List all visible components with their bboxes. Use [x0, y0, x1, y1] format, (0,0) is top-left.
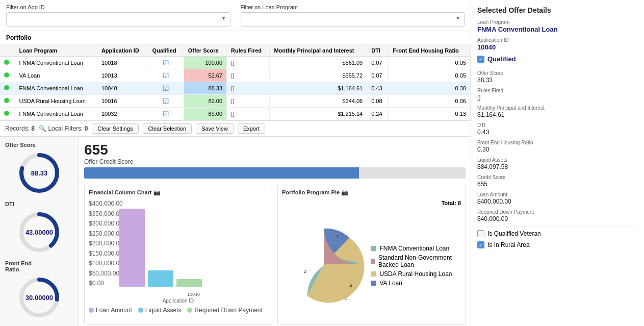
pie-legend-standard-label: Standard Non-Government Backed Loan	[378, 254, 461, 268]
is-in-rural-area-checkbox[interactable]: ✓	[477, 241, 484, 248]
detail-offer-score-value: 88.33	[477, 77, 638, 84]
col-dti[interactable]: DTI	[367, 45, 389, 57]
row-fehr: 0.06	[389, 95, 471, 108]
detail-mpi: Monthly Principal and Interest $1,164.61	[477, 105, 638, 118]
col-fehr[interactable]: Front End Housing Ratio	[389, 45, 471, 57]
detail-app-id-value: 10040	[477, 43, 638, 51]
row-fehr: 0.05	[389, 69, 471, 82]
col-rules-fired[interactable]: Rules Fired	[227, 45, 270, 57]
table-row[interactable]: VA Loan 10013 ☑ 52.67 [] $555.72 0.07 0.…	[0, 69, 471, 82]
row-qualified: ☑	[148, 69, 184, 82]
detail-rdp-label: Required Down Payment	[477, 209, 638, 215]
detail-offer-score-label: Offer Score	[477, 70, 638, 76]
offer-score-gauge: Offer Score 88.33	[5, 142, 73, 196]
charts-row: Financial Column Chart 📷 $400,000.00$350…	[84, 185, 466, 325]
row-mpi: $1,215.14	[270, 108, 367, 120]
clear-selection-button[interactable]: Clear Selection	[143, 123, 192, 134]
save-view-button[interactable]: Save View	[196, 123, 234, 134]
dti-value: 43.00000	[25, 229, 53, 236]
detail-fehr-value: 0.30	[477, 146, 638, 153]
loan-program-filter: Filter on Loan Program	[241, 4, 465, 27]
detail-rules-fired: Rules Fired []	[477, 88, 638, 101]
portfolio-table-wrapper: Loan Program Application ID Qualified Of…	[0, 45, 471, 120]
row-offer-score: 100.00	[184, 57, 226, 69]
legend-rdp-label: Required Down Payment	[194, 307, 262, 314]
fehr-ring: 30.00000	[16, 274, 62, 320]
detail-liquid-assets-label: Liquid Assets	[477, 157, 638, 163]
legend-loan-amount: Loan Amount	[89, 307, 132, 314]
row-rules-fired: []	[227, 95, 270, 108]
row-dti: 0.43	[367, 82, 389, 95]
detail-app-id-label: Application ID	[477, 37, 638, 43]
row-offer-score: 82.00	[184, 95, 226, 108]
clear-settings-button[interactable]: Clear Settings	[92, 123, 138, 134]
bar-liquid-assets	[148, 270, 173, 287]
row-qualified: ☑	[148, 82, 184, 95]
legend-loan-amount-label: Loan Amount	[96, 307, 132, 314]
row-app-id: 10016	[97, 95, 148, 108]
credit-score-value: 655	[84, 142, 466, 158]
portfolio-table: Loan Program Application ID Qualified Of…	[0, 45, 471, 120]
row-app-id: 10032	[97, 108, 148, 120]
row-dot	[0, 108, 15, 120]
detail-fehr-label: Front End Housing Ratio	[477, 140, 638, 145]
is-in-rural-area-group: ✓ Is In Rural Area	[477, 241, 638, 248]
row-qualified: ☑	[148, 108, 184, 120]
table-row[interactable]: FNMA Conventional Loan 10040 ☑ 88.33 [] …	[0, 82, 471, 95]
bottom-section: Offer Score 88.33 DTI 43.00000	[0, 137, 471, 326]
row-offer-score: 52.67	[184, 69, 226, 82]
qualified-badge: ✓ Qualified	[477, 55, 638, 63]
loan-program-filter-select[interactable]	[241, 12, 465, 27]
is-qualified-veteran-checkbox[interactable]	[477, 230, 484, 237]
bar-chart-legend: Loan Amount Liquid Assets Required Down …	[89, 307, 268, 314]
bar-loan-amount	[119, 209, 145, 287]
table-row[interactable]: FNMA Conventional Loan 10018 ☑ 100.00 []…	[0, 57, 471, 69]
y-axis-labels: $400,000.00$350,000.00$300,000.00 $250,0…	[89, 200, 123, 287]
legend-liquid-assets-dot	[138, 308, 143, 313]
financial-chart-panel: Financial Column Chart 📷 $400,000.00$350…	[84, 185, 272, 325]
detail-credit-score-value: 655	[477, 181, 638, 188]
detail-rules-fired-value: []	[477, 94, 638, 101]
portfolio-section: Portfolio Loan Program Application ID Qu…	[0, 31, 471, 121]
x-axis-label: Application ID	[89, 298, 268, 304]
row-dot	[0, 57, 15, 69]
detail-dti: DTI 0.43	[477, 122, 638, 136]
offer-score-gauge-label: Offer Score	[5, 142, 73, 148]
col-indicator	[0, 45, 15, 57]
col-qualified[interactable]: Qualified	[148, 45, 184, 57]
export-button[interactable]: Export	[238, 123, 265, 134]
row-fehr: 0.05	[389, 57, 471, 69]
row-loan-program: VA Loan	[15, 69, 97, 82]
legend-rdp: Required Down Payment	[187, 307, 262, 314]
pie-legend-fnma: FNMA Conventional Loan	[371, 245, 461, 252]
col-mpi[interactable]: Monthly Principal and Interest	[270, 45, 367, 57]
dti-ring: 43.00000	[16, 209, 62, 255]
pie-chart-panel: Portfolio Program Pie 📷 Total: 8 1 2	[277, 185, 466, 325]
qualified-checkbox[interactable]: ✓	[477, 56, 484, 63]
row-mpi: $1,164.61	[270, 82, 367, 95]
row-dti: 0.07	[367, 69, 389, 82]
detail-liquid-assets-value: $84,097.58	[477, 163, 638, 170]
detail-rdp: Required Down Payment $40,000.00	[477, 209, 638, 222]
row-app-id: 10018	[97, 57, 148, 69]
col-loan-program[interactable]: Loan Program	[15, 45, 97, 57]
detail-mpi-value: $1,164.61	[477, 111, 638, 118]
detail-loan-amount-value: $400,000.00	[477, 198, 638, 205]
row-mpi: $561.09	[270, 57, 367, 69]
pie-chart-title: Portfolio Program Pie 📷	[282, 189, 461, 196]
bar-rdp	[176, 279, 202, 287]
detail-credit-score: Credit Score 655	[477, 174, 638, 188]
table-row[interactable]: USDA Rural Housing Loan 10016 ☑ 82.00 []…	[0, 95, 471, 108]
app-id-filter-select[interactable]	[6, 12, 230, 27]
pie-legend: FNMA Conventional Loan Standard Non-Gove…	[371, 245, 461, 287]
fehr-gauge: Front EndRatio 30.00000	[5, 260, 73, 320]
detail-rdp-value: $40,000.00	[477, 215, 638, 222]
row-rules-fired: []	[227, 57, 270, 69]
pie-svg: 1 2 4 1	[282, 208, 366, 320]
detail-credit-score-label: Credit Score	[477, 174, 638, 180]
col-app-id[interactable]: Application ID	[97, 45, 148, 57]
records-label: Records: 8	[5, 125, 35, 132]
col-offer-score[interactable]: Offer Score	[184, 45, 226, 57]
pie-legend-standard-dot	[371, 259, 375, 264]
table-row[interactable]: FNMA Conventional Loan 10032 ☑ 89.00 [] …	[0, 108, 471, 120]
